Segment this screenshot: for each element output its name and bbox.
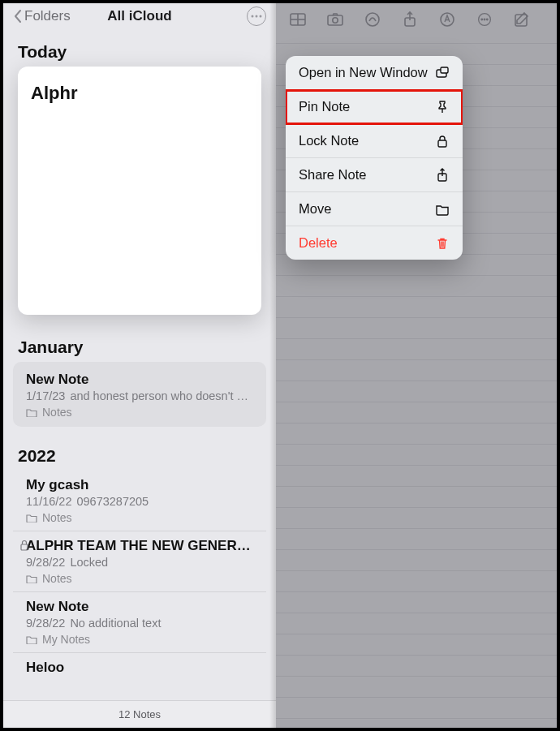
note-subtitle: 9/28/22Locked: [26, 556, 255, 569]
note-subtitle: 9/28/22No additional text: [26, 617, 255, 630]
svg-rect-3: [21, 544, 28, 550]
ctx-lock-note[interactable]: Lock Note: [286, 124, 463, 158]
sidebar-header: Folders All iCloud: [3, 3, 276, 29]
ctx-share-note[interactable]: Share Note: [286, 158, 463, 192]
note-folder: Notes: [26, 406, 253, 419]
lock-icon: [435, 134, 450, 148]
ctx-move[interactable]: Move: [286, 192, 463, 226]
section-today: Today: [3, 29, 276, 67]
note-folder: Notes: [26, 572, 255, 585]
ctx-pin-note[interactable]: Pin Note: [286, 90, 463, 124]
share-up-icon: [435, 168, 450, 183]
svg-point-1: [256, 15, 258, 18]
note-folder: My Notes: [26, 633, 255, 646]
note-subtitle: [26, 677, 255, 690]
pin-icon: [435, 100, 450, 114]
svg-rect-18: [441, 67, 448, 73]
svg-rect-19: [438, 140, 446, 147]
note-card-january[interactable]: New Note 1/17/23and honest person who do…: [13, 362, 266, 427]
note-subtitle: 1/17/23and honest person who doesn't b…: [26, 389, 253, 402]
note-title: ALPHR TEAM THE NEW GENERATIO…: [26, 538, 255, 554]
trash-icon: [435, 236, 450, 251]
notes-sidebar: Folders All iCloud Today Alphr January N…: [3, 3, 276, 728]
folder-icon: [26, 574, 37, 583]
folder-icon: [26, 634, 37, 644]
note-row[interactable]: New Note9/28/22No additional textMy Note…: [13, 591, 266, 652]
sidebar-footer: 12 Notes: [3, 700, 276, 728]
folder-move-icon: [435, 202, 450, 217]
note-subtitle: 11/16/2209673287205: [26, 495, 255, 508]
ctx-delete[interactable]: Delete: [286, 226, 463, 260]
preview-title: Alphr: [31, 83, 248, 104]
section-2022: 2022: [3, 433, 276, 471]
sidebar-more-button[interactable]: [247, 6, 266, 26]
back-label: Folders: [24, 8, 71, 24]
ellipsis-icon: [251, 15, 262, 18]
note-row[interactable]: My gcash11/16/2209673287205Notes: [3, 471, 276, 531]
notes-2022-list: My gcash11/16/2209673287205NotesALPHR TE…: [3, 471, 276, 700]
folder-icon: [26, 513, 37, 522]
folder-icon: [26, 407, 37, 417]
note-row[interactable]: Heloo: [13, 652, 266, 700]
svg-point-0: [252, 15, 254, 18]
note-title: New Note: [26, 372, 253, 388]
note-title: My gcash: [26, 477, 255, 493]
back-to-folders-button[interactable]: Folders: [13, 8, 71, 24]
note-preview-card[interactable]: Alphr: [18, 67, 261, 314]
note-row[interactable]: ALPHR TEAM THE NEW GENERATIO…9/28/22Lock…: [13, 531, 266, 591]
note-context-menu: Open in New Window Pin Note Lock Note Sh…: [286, 56, 463, 260]
section-january: January: [3, 325, 276, 362]
note-title: New Note: [26, 599, 255, 615]
ctx-open-new-window[interactable]: Open in New Window: [286, 56, 463, 90]
note-count: 12 Notes: [118, 708, 161, 720]
new-window-icon: [435, 66, 450, 80]
svg-point-2: [260, 15, 262, 18]
chevron-left-icon: [13, 9, 23, 24]
locked-indicator-icon: [19, 540, 29, 554]
note-title: Heloo: [26, 660, 255, 676]
note-folder: Notes: [26, 511, 255, 524]
